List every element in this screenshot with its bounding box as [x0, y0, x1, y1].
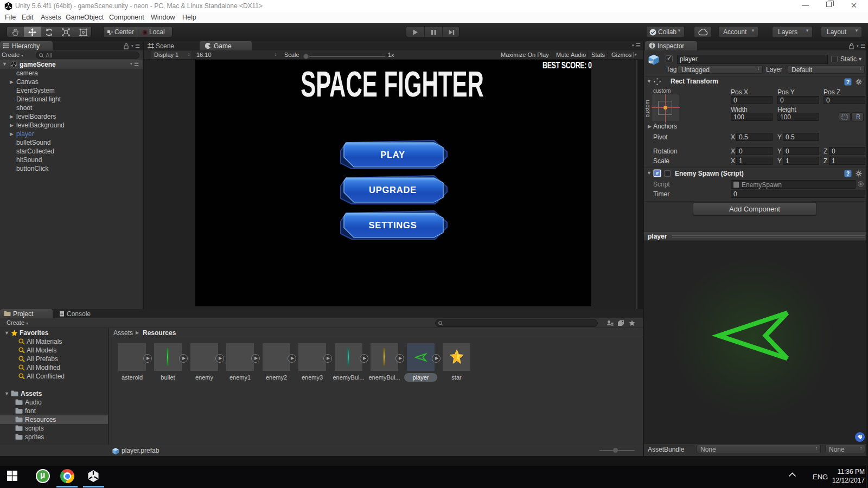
svg-text:?: ? — [846, 79, 850, 85]
svg-text:#: # — [656, 171, 659, 176]
svg-text:?: ? — [846, 171, 850, 177]
svg-text:UPGRADE: UPGRADE — [369, 185, 417, 195]
svg-text:SETTINGS: SETTINGS — [369, 220, 417, 230]
svg-text:PLAY: PLAY — [380, 150, 405, 159]
